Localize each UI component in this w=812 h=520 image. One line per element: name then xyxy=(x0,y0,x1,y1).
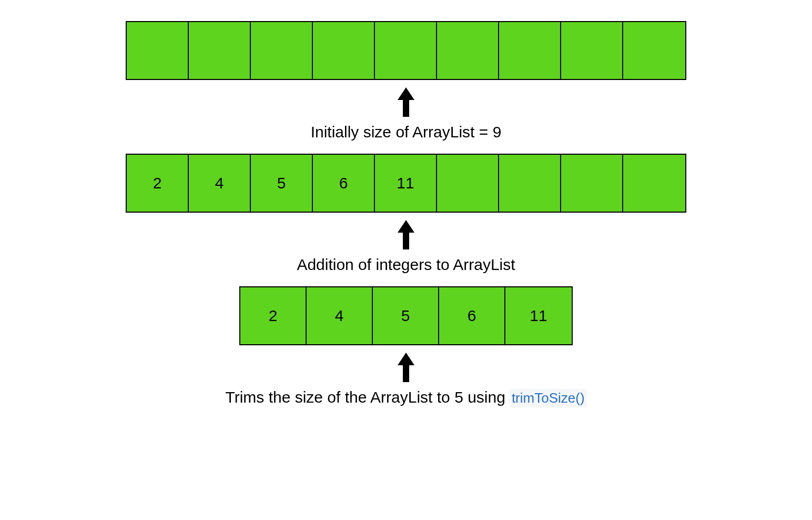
array-cell xyxy=(127,22,189,79)
array-cell xyxy=(499,155,561,212)
array-cell: 2 xyxy=(240,287,307,344)
array-cell: 11 xyxy=(505,287,572,344)
array-row-trimmed: 2 4 5 6 11 xyxy=(239,286,573,345)
array-cell: 2 xyxy=(127,155,189,212)
array-cell: 4 xyxy=(307,287,373,344)
array-cell xyxy=(623,22,685,79)
array-cell xyxy=(313,22,375,79)
arrow-up-icon xyxy=(398,217,414,249)
array-cell xyxy=(623,155,685,212)
array-cell: 11 xyxy=(375,155,437,212)
caption-trim: Trims the size of the ArrayList to 5 usi… xyxy=(225,386,586,407)
array-cell: 6 xyxy=(313,155,375,212)
arrow-up-icon xyxy=(398,84,414,117)
caption-addition: Addition of integers to ArrayList xyxy=(297,254,515,282)
array-cell: 6 xyxy=(439,287,505,344)
array-cell xyxy=(499,22,561,79)
array-cell xyxy=(561,22,623,79)
array-row-populated: 2 4 5 6 11 xyxy=(126,154,686,213)
array-cell xyxy=(561,155,623,212)
array-row-initial xyxy=(126,21,686,80)
array-cell xyxy=(437,22,499,79)
caption-initial: Initially size of ArrayList = 9 xyxy=(311,121,502,149)
arrow-up-icon xyxy=(398,349,414,382)
array-cell xyxy=(189,22,251,79)
array-cell xyxy=(375,22,437,79)
array-cell: 5 xyxy=(251,155,313,212)
array-cell xyxy=(251,22,313,79)
array-cell: 4 xyxy=(189,155,251,212)
array-cell xyxy=(437,155,499,212)
caption-trim-text: Trims the size of the ArrayList to 5 usi… xyxy=(225,388,505,406)
array-cell: 5 xyxy=(373,287,439,344)
method-link[interactable]: trimToSize() xyxy=(510,389,587,407)
